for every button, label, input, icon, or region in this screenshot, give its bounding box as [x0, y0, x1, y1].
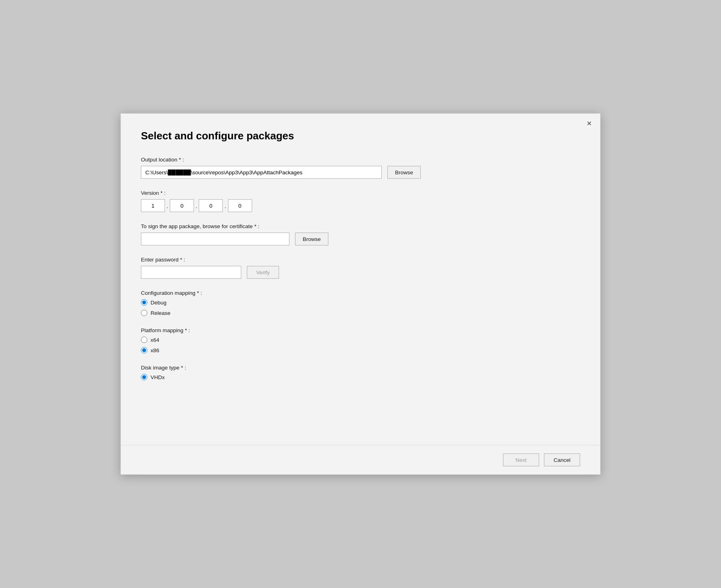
browse-button-1[interactable]: Browse: [387, 166, 421, 179]
version-build-input[interactable]: [228, 199, 252, 212]
version-dot-3: .: [223, 202, 228, 209]
browse-button-2[interactable]: Browse: [295, 233, 328, 245]
platform-x86-item[interactable]: x86: [141, 347, 580, 353]
config-release-label: Release: [151, 310, 171, 316]
next-button[interactable]: Next: [503, 453, 539, 466]
password-group: Enter password * : Verify: [141, 257, 580, 279]
output-location-row: Browse: [141, 166, 580, 179]
dialog-footer: Next Cancel: [121, 445, 600, 474]
password-label: Enter password * :: [141, 257, 580, 263]
disk-vhdx-radio[interactable]: [141, 374, 147, 380]
dialog: ✕ Select and configure packages Output l…: [120, 113, 601, 475]
platform-x64-label: x64: [151, 337, 159, 343]
version-group: Version * : . . .: [141, 190, 580, 212]
platform-x86-label: x86: [151, 347, 159, 353]
config-debug-label: Debug: [151, 300, 167, 306]
certificate-label: To sign the app package, browse for cert…: [141, 223, 580, 229]
version-dot-1: .: [165, 202, 170, 209]
config-debug-radio[interactable]: [141, 299, 147, 306]
password-row: Verify: [141, 266, 580, 279]
config-mapping-group: Configuration mapping * : Debug Release: [141, 290, 580, 316]
disk-vhdx-label: VHDx: [151, 374, 165, 380]
config-release-radio[interactable]: [141, 310, 147, 316]
config-mapping-radio-group: Debug Release: [141, 299, 580, 316]
platform-mapping-group: Platform mapping * : x64 x86: [141, 327, 580, 353]
config-debug-item[interactable]: Debug: [141, 299, 580, 306]
platform-mapping-radio-group: x64 x86: [141, 337, 580, 353]
dialog-content: Select and configure packages Output loc…: [121, 114, 600, 445]
password-input[interactable]: [141, 266, 241, 279]
platform-x64-item[interactable]: x64: [141, 337, 580, 343]
platform-x64-radio[interactable]: [141, 337, 147, 343]
platform-x86-radio[interactable]: [141, 347, 147, 353]
config-release-item[interactable]: Release: [141, 310, 580, 316]
disk-vhdx-item[interactable]: VHDx: [141, 374, 580, 380]
disk-image-radio-group: VHDx: [141, 374, 580, 380]
disk-image-label: Disk image type * :: [141, 365, 580, 371]
cancel-button[interactable]: Cancel: [544, 453, 580, 466]
close-button[interactable]: ✕: [584, 118, 594, 128]
version-dot-2: .: [194, 202, 199, 209]
output-location-label: Output location * :: [141, 157, 580, 163]
certificate-input[interactable]: [141, 233, 289, 245]
output-location-input[interactable]: [141, 166, 382, 179]
certificate-row: Browse: [141, 233, 580, 245]
version-minor-input[interactable]: [170, 199, 194, 212]
certificate-group: To sign the app package, browse for cert…: [141, 223, 580, 245]
config-mapping-label: Configuration mapping * :: [141, 290, 580, 296]
page-title: Select and configure packages: [141, 130, 580, 142]
version-label: Version * :: [141, 190, 580, 196]
version-patch-input[interactable]: [199, 199, 223, 212]
verify-button[interactable]: Verify: [247, 266, 279, 279]
platform-mapping-label: Platform mapping * :: [141, 327, 580, 333]
output-location-group: Output location * : Browse: [141, 157, 580, 179]
version-major-input[interactable]: [141, 199, 165, 212]
version-row: . . .: [141, 199, 580, 212]
disk-image-group: Disk image type * : VHDx: [141, 365, 580, 380]
